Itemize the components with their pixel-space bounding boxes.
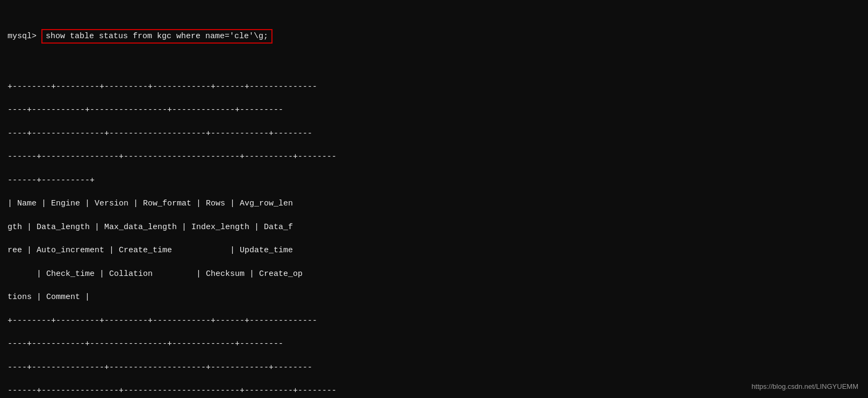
watermark: https://blog.csdn.net/LINGYUEMM — [751, 382, 858, 390]
separator-1d: ------+----------------+----------------… — [8, 152, 336, 161]
separator-2d: ------+----------------+----------------… — [8, 386, 336, 395]
terminal-window: mysql> show table status from kgc where … — [0, 0, 868, 398]
header-3: ree | Auto_increment | Create_time | Upd… — [8, 246, 293, 255]
output-block: +--------+---------+---------+----------… — [8, 69, 860, 398]
separator-2c: ----+---------------+-------------------… — [8, 363, 312, 372]
separator-1c: ----+---------------+-------------------… — [8, 129, 312, 138]
separator-1b: ----+-----------+----------------+------… — [8, 105, 283, 115]
mysql-prompt: mysql> — [8, 31, 41, 42]
header-5: tions | Comment | — [8, 293, 90, 302]
header-2: gth | Data_length | Max_data_length | In… — [8, 223, 293, 232]
header-4: | Check_time | Collation | Checksum | Cr… — [8, 269, 303, 279]
command-text: show table status from kgc where name='c… — [41, 29, 272, 44]
command-line: mysql> show table status from kgc where … — [8, 29, 860, 44]
separator-1a: +--------+---------+---------+----------… — [8, 82, 317, 91]
header-1: | Name | Engine | Version | Row_format |… — [8, 199, 293, 208]
separator-2b: ----+-----------+----------------+------… — [8, 339, 283, 349]
separator-1e: ------+----------+ — [8, 176, 95, 185]
separator-2a: +--------+---------+---------+----------… — [8, 316, 317, 325]
